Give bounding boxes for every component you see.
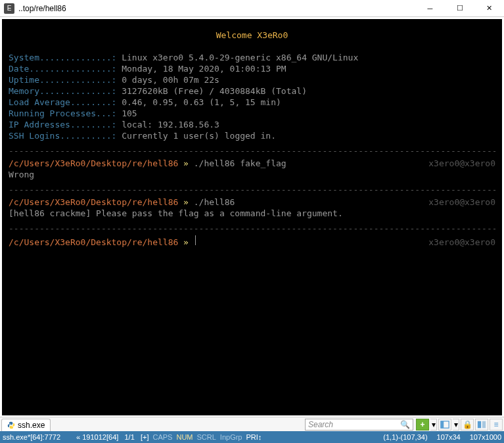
python-icon	[7, 421, 15, 429]
search-icon[interactable]: 🔍	[400, 420, 410, 429]
prompt-path: /c/Users/X3eRo0/Desktop/re/hell86	[9, 158, 178, 169]
prompt-line-2: /c/Users/X3eRo0/Desktop/re/hell86 » ./he…	[9, 197, 495, 208]
status-num[interactable]: NUM	[176, 433, 193, 441]
command-2: ./hell86	[194, 197, 235, 208]
app-icon: E	[4, 3, 14, 14]
window-titlebar: E ..top/re/hell86 ─ ☐ ✕	[0, 0, 504, 17]
close-button[interactable]: ✕	[474, 0, 504, 17]
minimize-button[interactable]: ─	[415, 0, 445, 17]
info-date: Date................: Monday, 18 May 202…	[9, 63, 495, 74]
info-ip: IP Addresses........: local: 192.168.56.…	[9, 119, 495, 130]
info-system: System..............: Linux x3ero0 5.4.0…	[9, 52, 495, 63]
dropdown-button[interactable]: ▾	[430, 419, 437, 431]
svg-rect-3	[482, 421, 486, 428]
info-memory: Memory..............: 3127620kB (Free) /…	[9, 85, 495, 97]
menu-button[interactable]: ≡	[490, 419, 503, 431]
status-position: (1,1)-(107,34)	[383, 433, 427, 441]
info-processes: Running Processes...: 105	[9, 108, 495, 119]
divider: ----------------------------------------…	[9, 223, 495, 234]
status-inpgrp[interactable]: InpGrp	[220, 433, 242, 441]
status-dimensions: 107x34	[437, 433, 461, 441]
user-host: x3ero0@x3ero0	[286, 158, 495, 169]
window-title: ..top/re/hell86	[18, 4, 415, 13]
command-1: ./hell86 fake_flag	[194, 158, 286, 169]
status-caps[interactable]: CAPS	[152, 433, 172, 441]
prompt-arrow: »	[178, 237, 193, 248]
info-ssh: SSH Logins..........: Currently 1 user(s…	[9, 130, 495, 141]
welcome-banner: Welcome X3eRo0	[9, 30, 495, 41]
prompt-path: /c/Users/X3eRo0/Desktop/re/hell86	[9, 197, 178, 208]
status-scrl[interactable]: SCRL	[197, 433, 216, 441]
prompt-line-1: /c/Users/X3eRo0/Desktop/re/hell86 » ./he…	[9, 158, 495, 169]
maximize-button[interactable]: ☐	[445, 0, 474, 17]
prompt-path: /c/Users/X3eRo0/Desktop/re/hell86	[9, 237, 178, 248]
svg-rect-1	[441, 421, 444, 428]
add-tab-button[interactable]: +	[416, 419, 429, 431]
divider: ----------------------------------------…	[9, 184, 495, 195]
prompt-arrow: »	[178, 197, 193, 208]
svg-rect-2	[478, 421, 481, 428]
info-uptime: Uptime..............: 0 days, 00h 07m 22…	[9, 74, 495, 85]
output-2: [hell86 crackme] Please pass the flag as…	[9, 208, 495, 219]
search-input[interactable]: Search 🔍	[305, 419, 413, 431]
bottom-toolbar: ssh.exe Search 🔍 + ▾ ▾ 🔒 ≡	[0, 417, 504, 431]
tab-ssh[interactable]: ssh.exe	[1, 419, 51, 432]
lock-button[interactable]: 🔒	[461, 419, 474, 431]
user-host: x3ero0@x3ero0	[196, 237, 495, 248]
tab-label: ssh.exe	[18, 421, 45, 430]
status-mid: « 191012[64] 1/1 [+]	[76, 433, 149, 441]
prompt-arrow: »	[178, 158, 193, 169]
split-button[interactable]	[475, 419, 488, 431]
prompt-line-3: /c/Users/X3eRo0/Desktop/re/hell86 » x3er…	[9, 235, 495, 248]
user-host: x3ero0@x3ero0	[235, 197, 495, 208]
dropdown-2-button[interactable]: ▾	[453, 419, 459, 431]
status-pri[interactable]: PRI↕	[246, 433, 262, 441]
terminal-view[interactable]: Welcome X3eRo0 System..............: Lin…	[0, 17, 504, 417]
search-placeholder: Search	[308, 420, 333, 429]
output-1: Wrong	[9, 169, 495, 180]
status-file[interactable]: ssh.exe*[64]:7772	[3, 433, 60, 441]
status-buffer: 107x1000	[470, 433, 501, 441]
status-bar: ssh.exe*[64]:7772 « 191012[64] 1/1 [+] C…	[0, 431, 504, 443]
divider: ----------------------------------------…	[9, 145, 495, 156]
window-controls: ─ ☐ ✕	[415, 0, 504, 17]
info-load: Load Average........: 0.46, 0.95, 0.63 (…	[9, 97, 495, 108]
panel-button[interactable]	[438, 419, 451, 431]
